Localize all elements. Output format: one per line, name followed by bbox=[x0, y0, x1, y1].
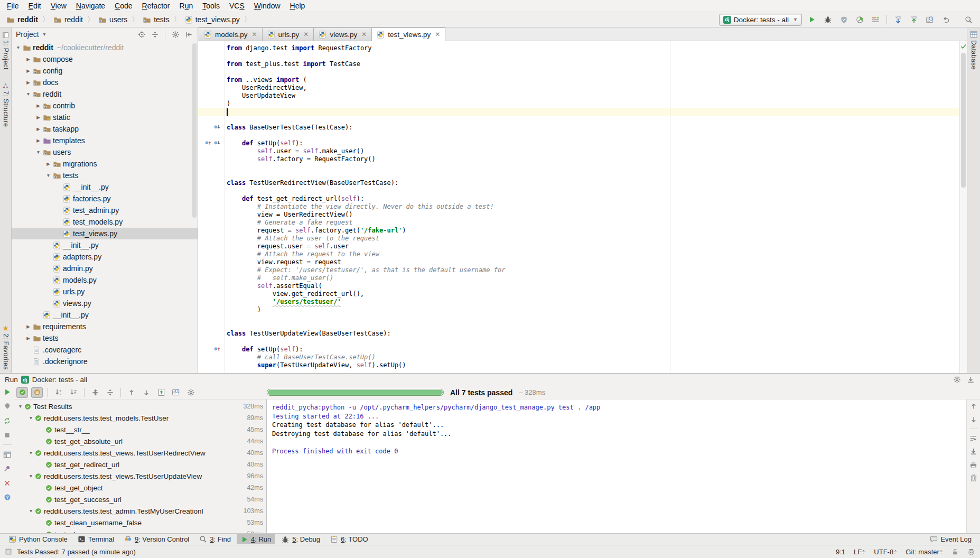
tree-item[interactable]: test_admin.py bbox=[12, 204, 198, 216]
close-tab-icon[interactable]: ✕ bbox=[361, 31, 367, 38]
run-console[interactable]: reddit_pycha:python -u /opt/.pycharm_hel… bbox=[267, 399, 966, 533]
tree-item[interactable]: ▶requirements bbox=[12, 321, 198, 332]
test-result-row[interactable]: test_clean_username_false53ms bbox=[14, 517, 266, 528]
tree-item[interactable]: .dockerignore bbox=[12, 356, 198, 367]
tree-item[interactable]: .coveragerc bbox=[12, 344, 198, 356]
menu-window[interactable]: Window bbox=[249, 2, 285, 10]
chevron-down-icon[interactable]: ▼ bbox=[14, 45, 23, 50]
overridden-icon[interactable] bbox=[213, 124, 221, 131]
menu-edit[interactable]: Edit bbox=[24, 2, 46, 10]
highlighting-level-icon[interactable] bbox=[967, 548, 975, 556]
tree-item[interactable]: __init__.py bbox=[12, 239, 198, 251]
test-result-row[interactable]: ▼reddit.users.tests.test_admin.TestMyUse… bbox=[14, 505, 266, 517]
editor-tab-models-py[interactable]: models.py✕ bbox=[199, 27, 263, 41]
chevron-right-icon[interactable]: ▶ bbox=[24, 324, 33, 329]
chevron-right-icon[interactable]: ▶ bbox=[24, 80, 33, 85]
tree-item[interactable]: views.py bbox=[12, 297, 198, 309]
close-tab-icon[interactable]: ✕ bbox=[435, 31, 440, 38]
toolwindow-button-3-find[interactable]: 3: Find bbox=[195, 534, 235, 544]
debug-button[interactable] bbox=[822, 14, 834, 25]
chevron-down-icon[interactable]: ▼ bbox=[16, 404, 24, 409]
chevron-down-icon[interactable]: ▼ bbox=[42, 32, 47, 37]
tree-item[interactable]: models.py bbox=[12, 274, 198, 286]
overrides-icon[interactable] bbox=[213, 346, 221, 353]
tree-item[interactable]: ▶migrations bbox=[12, 158, 198, 170]
chevron-right-icon[interactable]: ▶ bbox=[34, 138, 43, 143]
tree-item[interactable]: ▶taskapp bbox=[12, 123, 198, 135]
tree-item[interactable]: ▶static bbox=[12, 111, 198, 123]
menu-refactor[interactable]: Refactor bbox=[137, 2, 175, 10]
chevron-down-icon[interactable]: ▼ bbox=[24, 91, 33, 97]
tree-item[interactable]: factories.py bbox=[12, 193, 198, 204]
menu-navigate[interactable]: Navigate bbox=[71, 2, 110, 10]
sort-alphabetically-button[interactable]: az bbox=[53, 387, 64, 398]
local-history-button[interactable] bbox=[923, 14, 936, 25]
scroll-up-button[interactable] bbox=[968, 402, 979, 411]
undo-button[interactable] bbox=[939, 14, 952, 25]
toolwindow-button-6-todo[interactable]: 6: TODO bbox=[326, 534, 372, 544]
status-widget[interactable]: Git: master÷ bbox=[906, 548, 943, 556]
chevron-right-icon[interactable]: ▶ bbox=[24, 68, 33, 73]
status-widget[interactable]: LF÷ bbox=[854, 548, 865, 556]
editor-tab-views-py[interactable]: views.py✕ bbox=[313, 27, 372, 41]
breadcrumb-item[interactable]: reddit bbox=[52, 15, 84, 24]
expand-all-button[interactable] bbox=[89, 387, 101, 398]
tree-item[interactable]: admin.py bbox=[12, 263, 198, 274]
inspections-ok-icon[interactable] bbox=[960, 42, 967, 52]
breadcrumb-item[interactable]: test_views.py bbox=[184, 15, 241, 24]
rerun-failed-button[interactable] bbox=[2, 416, 13, 425]
gutter-marker[interactable] bbox=[204, 140, 221, 147]
chevron-down-icon[interactable]: ▼ bbox=[27, 415, 35, 421]
scroll-down-button[interactable] bbox=[968, 415, 979, 424]
coverage-button[interactable] bbox=[837, 14, 850, 25]
menu-file[interactable]: File bbox=[2, 2, 24, 10]
pin-tab-button[interactable] bbox=[2, 464, 13, 473]
chevron-down-icon[interactable]: ▼ bbox=[44, 173, 53, 178]
menu-vcs[interactable]: VCS bbox=[225, 2, 249, 10]
tree-item[interactable]: ▶config bbox=[12, 65, 198, 77]
test-result-row[interactable]: ▼reddit.users.tests.test_models.TestUser… bbox=[14, 412, 266, 424]
run-configurations-button[interactable] bbox=[869, 14, 882, 25]
status-widget[interactable]: UTF-8÷ bbox=[874, 548, 897, 556]
tree-item[interactable]: test_views.py bbox=[12, 228, 198, 239]
tree-item[interactable]: ▼users bbox=[12, 146, 198, 158]
collapse-all-button[interactable] bbox=[150, 30, 160, 39]
collapse-all-button[interactable] bbox=[104, 387, 116, 398]
chevron-right-icon[interactable]: ▶ bbox=[44, 161, 53, 166]
tool-button-7-structure[interactable]: 7: Structure bbox=[0, 82, 11, 127]
chevron-right-icon[interactable]: ▶ bbox=[24, 57, 33, 62]
gutter-marker[interactable] bbox=[213, 346, 221, 353]
tree-item[interactable]: ▼reddit~/cookiecutter/reddit bbox=[12, 42, 198, 53]
editor-tab-test_views-py[interactable]: test_views.py✕ bbox=[371, 27, 445, 41]
test-result-row[interactable]: test_get_object42ms bbox=[14, 482, 266, 494]
tree-item[interactable]: ▶contrib bbox=[12, 100, 198, 111]
overrides-icon[interactable] bbox=[204, 140, 212, 147]
test-history-button[interactable] bbox=[170, 387, 182, 398]
tree-item[interactable]: __init__.py bbox=[12, 309, 198, 321]
tree-item[interactable]: adapters.py bbox=[12, 251, 198, 263]
chevron-down-icon[interactable]: ▼ bbox=[34, 150, 43, 155]
profiler-button[interactable] bbox=[853, 14, 866, 25]
editor-scrollbar[interactable] bbox=[959, 41, 967, 373]
tree-item[interactable]: test_models.py bbox=[12, 216, 198, 228]
tree-item[interactable]: ▶templates bbox=[12, 135, 198, 146]
import-results-button[interactable] bbox=[155, 387, 167, 398]
soft-wrap-button[interactable] bbox=[968, 434, 979, 442]
help-button[interactable]: ? bbox=[2, 492, 13, 502]
tree-item[interactable]: urls.py bbox=[12, 286, 198, 297]
stop-button[interactable] bbox=[2, 430, 13, 440]
close-tab-icon[interactable]: ✕ bbox=[252, 31, 257, 38]
next-test-button[interactable] bbox=[141, 387, 152, 398]
tree-item[interactable]: ▶tests bbox=[12, 332, 198, 344]
vcs-update-button[interactable]: VCS bbox=[892, 14, 904, 25]
chevron-down-icon[interactable]: ▼ bbox=[27, 473, 35, 479]
tree-item[interactable]: ▼reddit bbox=[12, 88, 198, 100]
restore-layout-button[interactable] bbox=[2, 450, 13, 459]
show-passed-toggle[interactable] bbox=[16, 387, 28, 398]
vcs-commit-button[interactable]: VCS bbox=[908, 14, 920, 25]
menu-view[interactable]: View bbox=[46, 2, 71, 10]
toggle-process-button[interactable] bbox=[2, 402, 13, 411]
test-options-button[interactable] bbox=[185, 387, 197, 398]
editor-scrollbar-thumb[interactable] bbox=[961, 53, 966, 188]
menu-tools[interactable]: Tools bbox=[198, 2, 225, 10]
